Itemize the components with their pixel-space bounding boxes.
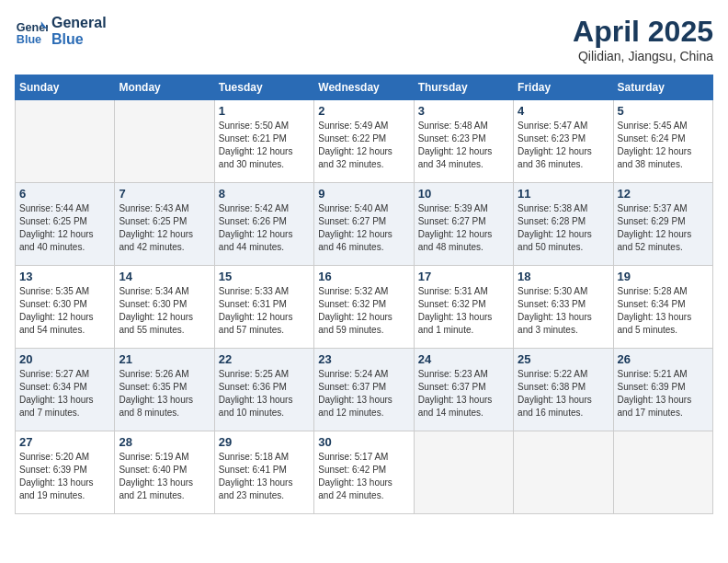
day-number: 27 bbox=[19, 435, 110, 449]
day-number: 7 bbox=[119, 187, 210, 201]
calendar-cell bbox=[115, 100, 214, 183]
title-area: April 2025 Qilidian, Jiangsu, China bbox=[573, 15, 713, 63]
day-info: Sunrise: 5:17 AM Sunset: 6:42 PM Dayligh… bbox=[318, 451, 409, 502]
day-info: Sunrise: 5:47 AM Sunset: 6:23 PM Dayligh… bbox=[518, 120, 609, 171]
week-row-5: 27Sunrise: 5:20 AM Sunset: 6:39 PM Dayli… bbox=[16, 431, 713, 514]
calendar-cell: 29Sunrise: 5:18 AM Sunset: 6:41 PM Dayli… bbox=[214, 431, 313, 514]
day-number: 19 bbox=[618, 270, 709, 283]
calendar-cell: 3Sunrise: 5:48 AM Sunset: 6:23 PM Daylig… bbox=[414, 100, 513, 183]
calendar-cell: 24Sunrise: 5:23 AM Sunset: 6:37 PM Dayli… bbox=[414, 349, 513, 431]
calendar-cell: 4Sunrise: 5:47 AM Sunset: 6:23 PM Daylig… bbox=[514, 100, 613, 183]
week-row-4: 20Sunrise: 5:27 AM Sunset: 6:34 PM Dayli… bbox=[16, 349, 713, 431]
day-number: 30 bbox=[318, 435, 409, 449]
week-row-3: 13Sunrise: 5:35 AM Sunset: 6:30 PM Dayli… bbox=[16, 266, 713, 349]
calendar-cell: 6Sunrise: 5:44 AM Sunset: 6:25 PM Daylig… bbox=[16, 183, 115, 266]
day-info: Sunrise: 5:48 AM Sunset: 6:23 PM Dayligh… bbox=[418, 120, 509, 171]
calendar-cell: 18Sunrise: 5:30 AM Sunset: 6:33 PM Dayli… bbox=[514, 266, 613, 349]
day-info: Sunrise: 5:37 AM Sunset: 6:29 PM Dayligh… bbox=[618, 202, 709, 254]
calendar-cell: 22Sunrise: 5:25 AM Sunset: 6:36 PM Dayli… bbox=[214, 349, 313, 431]
weekday-header-thursday: Thursday bbox=[414, 75, 513, 100]
calendar-cell: 10Sunrise: 5:39 AM Sunset: 6:27 PM Dayli… bbox=[414, 183, 513, 266]
calendar-cell bbox=[16, 100, 115, 183]
day-number: 4 bbox=[518, 104, 609, 118]
day-info: Sunrise: 5:24 AM Sunset: 6:37 PM Dayligh… bbox=[318, 368, 409, 419]
calendar-cell: 21Sunrise: 5:26 AM Sunset: 6:35 PM Dayli… bbox=[115, 349, 214, 431]
day-info: Sunrise: 5:33 AM Sunset: 6:31 PM Dayligh… bbox=[219, 285, 310, 337]
day-info: Sunrise: 5:30 AM Sunset: 6:33 PM Dayligh… bbox=[518, 285, 609, 337]
day-number: 26 bbox=[618, 352, 709, 366]
day-info: Sunrise: 5:49 AM Sunset: 6:22 PM Dayligh… bbox=[318, 120, 409, 171]
day-number: 22 bbox=[219, 352, 310, 366]
day-number: 24 bbox=[418, 352, 509, 366]
location: Qilidian, Jiangsu, China bbox=[573, 49, 713, 63]
calendar-cell: 26Sunrise: 5:21 AM Sunset: 6:39 PM Dayli… bbox=[613, 349, 712, 431]
day-info: Sunrise: 5:39 AM Sunset: 6:27 PM Dayligh… bbox=[418, 202, 509, 254]
day-number: 28 bbox=[119, 435, 210, 449]
calendar-cell bbox=[613, 431, 712, 514]
day-number: 12 bbox=[618, 187, 709, 201]
day-number: 6 bbox=[19, 187, 110, 201]
day-info: Sunrise: 5:35 AM Sunset: 6:30 PM Dayligh… bbox=[19, 285, 110, 337]
day-info: Sunrise: 5:50 AM Sunset: 6:21 PM Dayligh… bbox=[219, 120, 310, 171]
day-info: Sunrise: 5:20 AM Sunset: 6:39 PM Dayligh… bbox=[19, 451, 110, 502]
day-number: 15 bbox=[219, 270, 310, 283]
calendar-cell: 2Sunrise: 5:49 AM Sunset: 6:22 PM Daylig… bbox=[314, 100, 414, 183]
day-number: 10 bbox=[418, 187, 509, 201]
day-info: Sunrise: 5:25 AM Sunset: 6:36 PM Dayligh… bbox=[219, 368, 310, 419]
week-row-2: 6Sunrise: 5:44 AM Sunset: 6:25 PM Daylig… bbox=[16, 183, 713, 266]
day-number: 21 bbox=[119, 352, 210, 366]
month-title: April 2025 bbox=[573, 15, 713, 49]
calendar-cell: 11Sunrise: 5:38 AM Sunset: 6:28 PM Dayli… bbox=[514, 183, 613, 266]
calendar-cell: 17Sunrise: 5:31 AM Sunset: 6:32 PM Dayli… bbox=[414, 266, 513, 349]
calendar-cell: 25Sunrise: 5:22 AM Sunset: 6:38 PM Dayli… bbox=[514, 349, 613, 431]
calendar-cell: 15Sunrise: 5:33 AM Sunset: 6:31 PM Dayli… bbox=[214, 266, 313, 349]
day-number: 5 bbox=[618, 104, 709, 118]
day-info: Sunrise: 5:21 AM Sunset: 6:39 PM Dayligh… bbox=[618, 368, 709, 419]
calendar-cell: 23Sunrise: 5:24 AM Sunset: 6:37 PM Dayli… bbox=[314, 349, 414, 431]
weekday-header-sunday: Sunday bbox=[16, 75, 115, 100]
calendar-cell: 16Sunrise: 5:32 AM Sunset: 6:32 PM Dayli… bbox=[314, 266, 414, 349]
day-info: Sunrise: 5:31 AM Sunset: 6:32 PM Dayligh… bbox=[418, 285, 509, 337]
day-info: Sunrise: 5:45 AM Sunset: 6:24 PM Dayligh… bbox=[618, 120, 709, 171]
calendar-cell: 30Sunrise: 5:17 AM Sunset: 6:42 PM Dayli… bbox=[314, 431, 414, 514]
calendar-cell: 8Sunrise: 5:42 AM Sunset: 6:26 PM Daylig… bbox=[214, 183, 313, 266]
calendar-cell: 1Sunrise: 5:50 AM Sunset: 6:21 PM Daylig… bbox=[214, 100, 313, 183]
calendar-cell: 19Sunrise: 5:28 AM Sunset: 6:34 PM Dayli… bbox=[613, 266, 712, 349]
day-number: 2 bbox=[318, 104, 409, 118]
weekday-header-saturday: Saturday bbox=[613, 75, 712, 100]
calendar-cell bbox=[514, 431, 613, 514]
day-info: Sunrise: 5:18 AM Sunset: 6:41 PM Dayligh… bbox=[219, 451, 310, 502]
calendar-cell bbox=[414, 431, 513, 514]
day-number: 11 bbox=[518, 187, 609, 201]
day-info: Sunrise: 5:38 AM Sunset: 6:28 PM Dayligh… bbox=[518, 202, 609, 254]
day-info: Sunrise: 5:43 AM Sunset: 6:25 PM Dayligh… bbox=[119, 202, 210, 254]
weekday-header-friday: Friday bbox=[514, 75, 613, 100]
day-info: Sunrise: 5:23 AM Sunset: 6:37 PM Dayligh… bbox=[418, 368, 509, 419]
day-number: 23 bbox=[318, 352, 409, 366]
day-number: 8 bbox=[219, 187, 310, 201]
day-info: Sunrise: 5:19 AM Sunset: 6:40 PM Dayligh… bbox=[119, 451, 210, 502]
svg-text:Blue: Blue bbox=[17, 33, 41, 46]
day-info: Sunrise: 5:42 AM Sunset: 6:26 PM Dayligh… bbox=[219, 202, 310, 254]
weekday-header-monday: Monday bbox=[115, 75, 214, 100]
calendar-cell: 5Sunrise: 5:45 AM Sunset: 6:24 PM Daylig… bbox=[613, 100, 712, 183]
day-info: Sunrise: 5:34 AM Sunset: 6:30 PM Dayligh… bbox=[119, 285, 210, 337]
day-info: Sunrise: 5:27 AM Sunset: 6:34 PM Dayligh… bbox=[19, 368, 110, 419]
day-info: Sunrise: 5:22 AM Sunset: 6:38 PM Dayligh… bbox=[518, 368, 609, 419]
weekday-header-wednesday: Wednesday bbox=[314, 75, 414, 100]
day-number: 3 bbox=[418, 104, 509, 118]
day-number: 20 bbox=[19, 352, 110, 366]
day-number: 9 bbox=[318, 187, 409, 201]
logo-icon: General Blue bbox=[15, 15, 48, 48]
logo-general: General bbox=[51, 15, 107, 31]
day-info: Sunrise: 5:32 AM Sunset: 6:32 PM Dayligh… bbox=[318, 285, 409, 337]
calendar-cell: 28Sunrise: 5:19 AM Sunset: 6:40 PM Dayli… bbox=[115, 431, 214, 514]
day-number: 13 bbox=[19, 270, 110, 283]
day-number: 14 bbox=[119, 270, 210, 283]
day-info: Sunrise: 5:26 AM Sunset: 6:35 PM Dayligh… bbox=[119, 368, 210, 419]
day-number: 1 bbox=[219, 104, 310, 118]
day-number: 18 bbox=[518, 270, 609, 283]
calendar-cell: 27Sunrise: 5:20 AM Sunset: 6:39 PM Dayli… bbox=[16, 431, 115, 514]
calendar-cell: 12Sunrise: 5:37 AM Sunset: 6:29 PM Dayli… bbox=[613, 183, 712, 266]
day-info: Sunrise: 5:28 AM Sunset: 6:34 PM Dayligh… bbox=[618, 285, 709, 337]
